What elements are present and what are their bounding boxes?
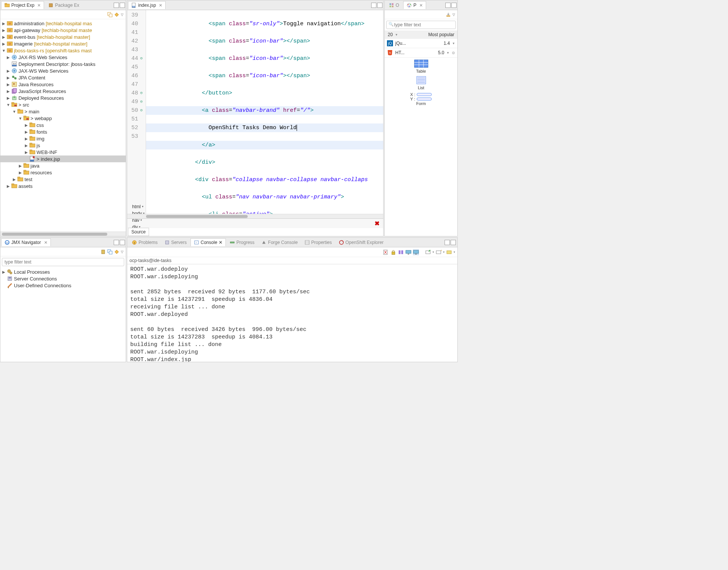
display-selected-icon[interactable]: [413, 249, 419, 255]
tab-palette[interactable]: P ✕: [403, 1, 426, 9]
tree-item[interactable]: ▶img: [0, 135, 126, 142]
link-editor-icon[interactable]: [114, 12, 119, 17]
source-tab[interactable]: Source: [128, 228, 149, 236]
tree-item[interactable]: > index.jsp: [0, 155, 126, 162]
view-menu-icon[interactable]: ▽: [121, 250, 123, 254]
minimize-icon[interactable]: [445, 3, 451, 8]
tab-project-explorer[interactable]: Project Exp ✕: [1, 1, 44, 9]
tree-item[interactable]: ▶WEB-INF: [0, 149, 126, 155]
gutter-line[interactable]: 40: [129, 20, 143, 28]
jmx-tree[interactable]: ▶Local ProcessesServer ConnectionsUser-D…: [0, 268, 126, 362]
gutter-line[interactable]: 42: [129, 37, 143, 46]
dropdown-icon[interactable]: ▼: [452, 42, 455, 45]
tab-forge-console[interactable]: Forge Console: [258, 239, 301, 246]
tree-item[interactable]: ▶JavaScript Resources: [0, 88, 126, 94]
minimize-icon[interactable]: [445, 240, 450, 245]
code-editor[interactable]: 394041424344⊖45464748⊖49⊖50⊖515253 <span…: [127, 10, 383, 214]
collapse-all-icon[interactable]: [107, 12, 113, 17]
tree-item[interactable]: ▶Deployed Resources: [0, 94, 126, 101]
tree-item[interactable]: ▶resources: [0, 169, 126, 176]
tree-item[interactable]: ▶assets: [0, 183, 126, 189]
dropdown-icon[interactable]: ▼: [395, 33, 398, 37]
tree-item[interactable]: ▶Madministration [techlab-hospital mas: [0, 20, 126, 27]
gutter-line[interactable]: 43: [129, 46, 143, 54]
tree-item[interactable]: ▶fonts: [0, 128, 126, 135]
server-icon[interactable]: [101, 249, 106, 255]
tree-item[interactable]: Server Connections: [0, 275, 126, 282]
view-menu-icon[interactable]: ▽: [452, 13, 455, 17]
settings-icon[interactable]: ⚙: [452, 51, 455, 55]
tree-item[interactable]: ▶Mevent-bus [techlab-hospital master]: [0, 34, 126, 40]
close-icon[interactable]: ✕: [37, 3, 41, 8]
pin-icon[interactable]: [398, 249, 404, 255]
tree-item[interactable]: ▶Mapi-gateway [techlab-hospital maste: [0, 27, 126, 34]
tab-progress[interactable]: Progress: [227, 239, 257, 246]
gutter-line[interactable]: 45: [129, 63, 143, 72]
gutter-line[interactable]: 52: [129, 123, 143, 132]
tree-item[interactable]: ▶Mimagerie [techlab-hospital master]: [0, 40, 126, 47]
link-editor-icon[interactable]: [114, 249, 119, 255]
tree-item[interactable]: 3.0Deployment Descriptor: jboss-tasks: [0, 61, 126, 67]
maximize-icon[interactable]: [377, 3, 382, 8]
tab-outline[interactable]: O: [385, 1, 402, 9]
gutter-line[interactable]: 48⊖: [129, 89, 143, 98]
widget-table[interactable]: Table: [414, 59, 429, 73]
tree-item[interactable]: ▶css: [0, 122, 126, 128]
tree-item[interactable]: ▶test: [0, 176, 126, 183]
maximize-icon[interactable]: [451, 240, 456, 245]
tree-item[interactable]: ▶js: [0, 142, 126, 149]
open-console-icon[interactable]: [425, 249, 431, 255]
jmx-filter-input[interactable]: [2, 258, 124, 266]
tree-item[interactable]: ▼Mjboss-tasks-rs [openshift-tasks mast: [0, 47, 126, 54]
tab-index-jsp[interactable]: JSP index.jsp ✕: [128, 1, 166, 9]
close-icon[interactable]: ✕: [44, 240, 47, 245]
tab-package-explorer[interactable]: Package Ex: [45, 1, 82, 9]
clear-icon[interactable]: [383, 249, 389, 255]
collapse-all-icon[interactable]: [107, 249, 113, 255]
tab-properties[interactable]: Properties: [302, 239, 335, 246]
dropdown-icon[interactable]: ▼: [446, 51, 449, 55]
tree-item[interactable]: ▶JAX-WS Web Services: [0, 67, 126, 74]
gutter-line[interactable]: 39: [129, 11, 143, 20]
breadcrumb-item[interactable]: html ▾: [129, 203, 147, 210]
tree-item[interactable]: ▼> src: [0, 101, 126, 108]
tree-item[interactable]: User-Defined Connections: [0, 282, 126, 289]
tree-item[interactable]: ▶JAX-RS Web Services: [0, 54, 126, 61]
close-breadcrumb-icon[interactable]: ✖: [373, 220, 381, 227]
editor-horizontal-scrollbar[interactable]: [127, 214, 383, 218]
tree-item[interactable]: ▼> webapp: [0, 115, 126, 122]
display-icon[interactable]: [405, 249, 411, 255]
gutter-line[interactable]: 44⊖: [129, 54, 143, 63]
palette-filter-input[interactable]: [386, 21, 456, 29]
maximize-icon[interactable]: [120, 240, 125, 245]
widget-form[interactable]: X : Y : Form: [410, 92, 432, 106]
tree-item[interactable]: ▶Java Resources: [0, 81, 126, 88]
minimize-icon[interactable]: [114, 3, 119, 8]
horizontal-scrollbar[interactable]: [0, 232, 126, 236]
tab-openshift-explorer[interactable]: OpenShift Explorer: [336, 239, 387, 246]
maximize-icon[interactable]: [451, 3, 457, 8]
tree-item[interactable]: ▶JPA Content: [0, 74, 126, 81]
lock-scroll-icon[interactable]: [390, 249, 396, 255]
line-gutter[interactable]: 394041424344⊖45464748⊖49⊖50⊖515253: [127, 10, 146, 214]
code-content[interactable]: <span class="sr-only">Toggle navigation<…: [146, 10, 383, 214]
tab-servers[interactable]: Servers: [161, 239, 190, 246]
maximize-icon[interactable]: [120, 3, 125, 8]
console-output[interactable]: ROOT.war.dodeploy ROOT.war.isdeploying s…: [127, 264, 457, 362]
gutter-line[interactable]: 46: [129, 72, 143, 80]
gutter-line[interactable]: 41: [129, 28, 143, 37]
project-tree[interactable]: ▶Madministration [techlab-hospital mas▶M…: [0, 19, 126, 232]
gutter-line[interactable]: 51: [129, 115, 143, 123]
close-icon[interactable]: ✕: [159, 3, 162, 8]
tab-jmx-navigator[interactable]: M JMX Navigator ✕: [1, 238, 51, 246]
gutter-line[interactable]: 53: [129, 132, 143, 141]
tab-problems[interactable]: !Problems: [129, 239, 161, 246]
gutter-line[interactable]: 50⊖: [129, 106, 143, 115]
palette-item-jquery[interactable]: jQ jQu... 1.4 ▼: [385, 39, 457, 48]
gutter-line[interactable]: 47: [129, 80, 143, 89]
gutter-line[interactable]: 49⊖: [129, 98, 143, 106]
tree-item[interactable]: ▶Local Processes: [0, 268, 126, 275]
minimize-icon[interactable]: [371, 3, 376, 8]
widget-list[interactable]: List: [414, 76, 429, 90]
import-icon[interactable]: [446, 12, 451, 17]
